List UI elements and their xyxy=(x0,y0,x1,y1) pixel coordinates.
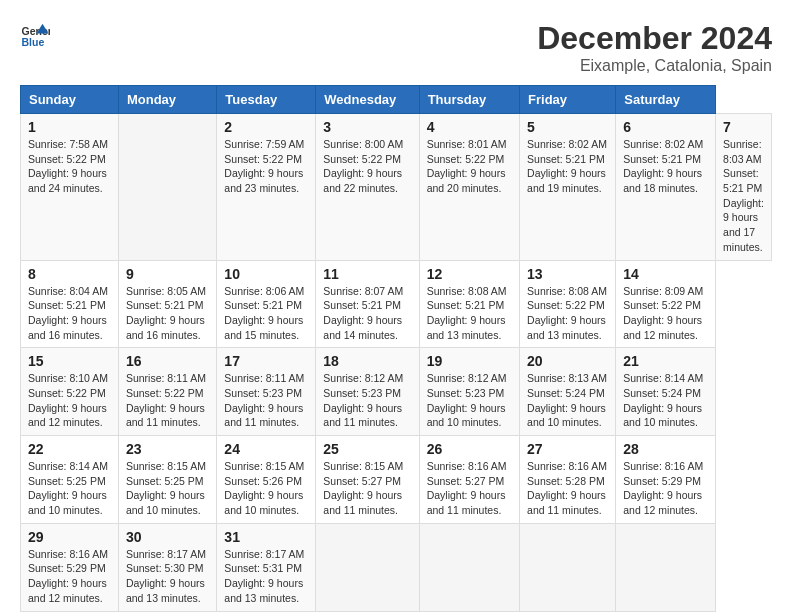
table-row xyxy=(419,523,519,611)
day-number: 5 xyxy=(527,119,608,135)
day-info: Sunrise: 8:10 AMSunset: 5:22 PMDaylight:… xyxy=(28,371,111,430)
day-number: 1 xyxy=(28,119,111,135)
day-number: 22 xyxy=(28,441,111,457)
col-wednesday: Wednesday xyxy=(316,86,419,114)
day-info: Sunrise: 8:16 AMSunset: 5:27 PMDaylight:… xyxy=(427,459,512,518)
day-number: 4 xyxy=(427,119,512,135)
day-number: 16 xyxy=(126,353,209,369)
day-info: Sunrise: 8:08 AMSunset: 5:22 PMDaylight:… xyxy=(527,284,608,343)
day-info: Sunrise: 8:02 AMSunset: 5:21 PMDaylight:… xyxy=(623,137,708,196)
table-row: 2Sunrise: 7:59 AMSunset: 5:22 PMDaylight… xyxy=(217,114,316,261)
table-row: 5Sunrise: 8:02 AMSunset: 5:21 PMDaylight… xyxy=(520,114,616,261)
table-row: 17Sunrise: 8:11 AMSunset: 5:23 PMDayligh… xyxy=(217,348,316,436)
col-tuesday: Tuesday xyxy=(217,86,316,114)
table-row: 13Sunrise: 8:08 AMSunset: 5:22 PMDayligh… xyxy=(520,260,616,348)
day-info: Sunrise: 8:00 AMSunset: 5:22 PMDaylight:… xyxy=(323,137,411,196)
calendar-header-row: Sunday Monday Tuesday Wednesday Thursday… xyxy=(21,86,772,114)
day-number: 12 xyxy=(427,266,512,282)
day-number: 18 xyxy=(323,353,411,369)
day-number: 31 xyxy=(224,529,308,545)
table-row xyxy=(616,523,716,611)
day-info: Sunrise: 8:06 AMSunset: 5:21 PMDaylight:… xyxy=(224,284,308,343)
day-info: Sunrise: 8:16 AMSunset: 5:29 PMDaylight:… xyxy=(623,459,708,518)
title-area: December 2024 Eixample, Catalonia, Spain xyxy=(537,20,772,75)
table-row: 28Sunrise: 8:16 AMSunset: 5:29 PMDayligh… xyxy=(616,436,716,524)
calendar-table: Sunday Monday Tuesday Wednesday Thursday… xyxy=(20,85,772,612)
day-info: Sunrise: 8:02 AMSunset: 5:21 PMDaylight:… xyxy=(527,137,608,196)
day-info: Sunrise: 8:15 AMSunset: 5:25 PMDaylight:… xyxy=(126,459,209,518)
day-number: 24 xyxy=(224,441,308,457)
header: General Blue December 2024 Eixample, Cat… xyxy=(20,20,772,75)
svg-text:Blue: Blue xyxy=(22,36,45,48)
table-row: 27Sunrise: 8:16 AMSunset: 5:28 PMDayligh… xyxy=(520,436,616,524)
table-row: 11Sunrise: 8:07 AMSunset: 5:21 PMDayligh… xyxy=(316,260,419,348)
table-row: 25Sunrise: 8:15 AMSunset: 5:27 PMDayligh… xyxy=(316,436,419,524)
day-number: 2 xyxy=(224,119,308,135)
table-row: 19Sunrise: 8:12 AMSunset: 5:23 PMDayligh… xyxy=(419,348,519,436)
table-row: 24Sunrise: 8:15 AMSunset: 5:26 PMDayligh… xyxy=(217,436,316,524)
table-row xyxy=(118,114,216,261)
day-info: Sunrise: 8:17 AMSunset: 5:30 PMDaylight:… xyxy=(126,547,209,606)
day-number: 29 xyxy=(28,529,111,545)
day-info: Sunrise: 8:12 AMSunset: 5:23 PMDaylight:… xyxy=(323,371,411,430)
table-row: 6Sunrise: 8:02 AMSunset: 5:21 PMDaylight… xyxy=(616,114,716,261)
table-row: 10Sunrise: 8:06 AMSunset: 5:21 PMDayligh… xyxy=(217,260,316,348)
day-number: 9 xyxy=(126,266,209,282)
day-number: 14 xyxy=(623,266,708,282)
col-saturday: Saturday xyxy=(616,86,716,114)
table-row: 30Sunrise: 8:17 AMSunset: 5:30 PMDayligh… xyxy=(118,523,216,611)
day-number: 17 xyxy=(224,353,308,369)
day-info: Sunrise: 8:16 AMSunset: 5:29 PMDaylight:… xyxy=(28,547,111,606)
day-number: 21 xyxy=(623,353,708,369)
day-info: Sunrise: 8:08 AMSunset: 5:21 PMDaylight:… xyxy=(427,284,512,343)
day-number: 25 xyxy=(323,441,411,457)
logo-icon: General Blue xyxy=(20,20,50,50)
day-number: 27 xyxy=(527,441,608,457)
table-row: 9Sunrise: 8:05 AMSunset: 5:21 PMDaylight… xyxy=(118,260,216,348)
day-number: 28 xyxy=(623,441,708,457)
day-number: 15 xyxy=(28,353,111,369)
table-row: 7Sunrise: 8:03 AMSunset: 5:21 PMDaylight… xyxy=(716,114,772,261)
day-number: 20 xyxy=(527,353,608,369)
table-row: 15Sunrise: 8:10 AMSunset: 5:22 PMDayligh… xyxy=(21,348,119,436)
day-info: Sunrise: 8:04 AMSunset: 5:21 PMDaylight:… xyxy=(28,284,111,343)
day-number: 30 xyxy=(126,529,209,545)
day-info: Sunrise: 8:01 AMSunset: 5:22 PMDaylight:… xyxy=(427,137,512,196)
table-row: 26Sunrise: 8:16 AMSunset: 5:27 PMDayligh… xyxy=(419,436,519,524)
table-row: 23Sunrise: 8:15 AMSunset: 5:25 PMDayligh… xyxy=(118,436,216,524)
day-info: Sunrise: 7:59 AMSunset: 5:22 PMDaylight:… xyxy=(224,137,308,196)
table-row: 4Sunrise: 8:01 AMSunset: 5:22 PMDaylight… xyxy=(419,114,519,261)
table-row: 1Sunrise: 7:58 AMSunset: 5:22 PMDaylight… xyxy=(21,114,119,261)
day-number: 7 xyxy=(723,119,764,135)
day-info: Sunrise: 8:11 AMSunset: 5:22 PMDaylight:… xyxy=(126,371,209,430)
table-row: 20Sunrise: 8:13 AMSunset: 5:24 PMDayligh… xyxy=(520,348,616,436)
day-info: Sunrise: 8:14 AMSunset: 5:25 PMDaylight:… xyxy=(28,459,111,518)
day-info: Sunrise: 8:11 AMSunset: 5:23 PMDaylight:… xyxy=(224,371,308,430)
day-info: Sunrise: 8:15 AMSunset: 5:27 PMDaylight:… xyxy=(323,459,411,518)
day-number: 10 xyxy=(224,266,308,282)
day-info: Sunrise: 8:12 AMSunset: 5:23 PMDaylight:… xyxy=(427,371,512,430)
day-info: Sunrise: 8:07 AMSunset: 5:21 PMDaylight:… xyxy=(323,284,411,343)
day-number: 3 xyxy=(323,119,411,135)
day-info: Sunrise: 8:15 AMSunset: 5:26 PMDaylight:… xyxy=(224,459,308,518)
table-row: 12Sunrise: 8:08 AMSunset: 5:21 PMDayligh… xyxy=(419,260,519,348)
table-row: 29Sunrise: 8:16 AMSunset: 5:29 PMDayligh… xyxy=(21,523,119,611)
col-sunday: Sunday xyxy=(21,86,119,114)
table-row: 14Sunrise: 8:09 AMSunset: 5:22 PMDayligh… xyxy=(616,260,716,348)
day-info: Sunrise: 8:17 AMSunset: 5:31 PMDaylight:… xyxy=(224,547,308,606)
table-row: 16Sunrise: 8:11 AMSunset: 5:22 PMDayligh… xyxy=(118,348,216,436)
table-row: 21Sunrise: 8:14 AMSunset: 5:24 PMDayligh… xyxy=(616,348,716,436)
table-row: 8Sunrise: 8:04 AMSunset: 5:21 PMDaylight… xyxy=(21,260,119,348)
table-row xyxy=(316,523,419,611)
day-info: Sunrise: 8:05 AMSunset: 5:21 PMDaylight:… xyxy=(126,284,209,343)
location-subtitle: Eixample, Catalonia, Spain xyxy=(537,57,772,75)
day-number: 6 xyxy=(623,119,708,135)
col-friday: Friday xyxy=(520,86,616,114)
day-info: Sunrise: 7:58 AMSunset: 5:22 PMDaylight:… xyxy=(28,137,111,196)
logo: General Blue xyxy=(20,20,50,50)
col-thursday: Thursday xyxy=(419,86,519,114)
table-row: 3Sunrise: 8:00 AMSunset: 5:22 PMDaylight… xyxy=(316,114,419,261)
table-row: 22Sunrise: 8:14 AMSunset: 5:25 PMDayligh… xyxy=(21,436,119,524)
day-number: 13 xyxy=(527,266,608,282)
day-info: Sunrise: 8:09 AMSunset: 5:22 PMDaylight:… xyxy=(623,284,708,343)
